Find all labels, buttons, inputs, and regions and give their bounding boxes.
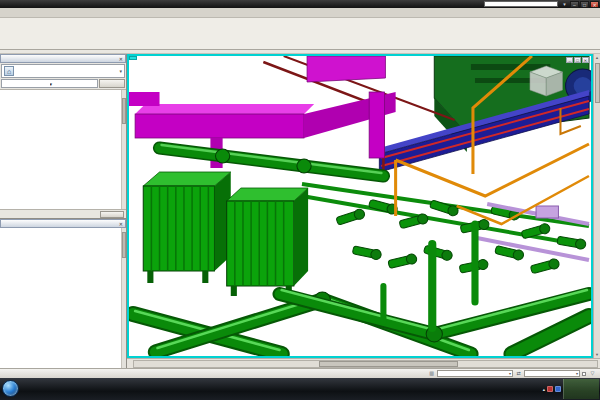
title-bar: ▾ – □ ✕ — [0, 0, 600, 8]
temporary-hide-isolate-banner[interactable] — [129, 56, 137, 60]
view-bottom-bar — [127, 358, 600, 368]
3d-model-view[interactable] — [129, 56, 591, 356]
left-palettes: ✕ ⌂ ▾ ▾ — [0, 54, 127, 368]
browser-scrollbar[interactable] — [121, 228, 126, 368]
design-option-combo[interactable]: ▾ — [524, 370, 580, 377]
search-input[interactable] — [484, 1, 558, 7]
press-and-drag-checkbox[interactable] — [582, 372, 586, 376]
tray-icon[interactable] — [555, 386, 561, 392]
viewcube[interactable] — [530, 66, 563, 96]
infocenter: ▾ – □ ✕ — [484, 1, 599, 8]
instance-selector[interactable]: ▾ — [1, 79, 98, 88]
properties-palette: ✕ ⌂ ▾ ▾ — [0, 54, 126, 218]
filter-icon[interactable]: ▽ — [589, 370, 596, 377]
ribbon — [0, 18, 600, 50]
signin-dropdown-icon[interactable]: ▾ — [561, 1, 568, 8]
tray-icon[interactable] — [547, 386, 553, 392]
editable-only-icon[interactable]: ⇄ — [515, 370, 522, 377]
drawing-area[interactable]: – □ ✕ — [127, 54, 593, 358]
windows-taskbar: ▴ — [0, 378, 600, 400]
properties-scrollbar[interactable] — [121, 90, 126, 209]
properties-grid — [0, 89, 126, 209]
minimize-button[interactable]: – — [570, 1, 579, 8]
workset-combo[interactable]: ▾ — [437, 370, 513, 377]
worksets-icon[interactable]: ▥ — [428, 370, 435, 377]
properties-header[interactable]: ✕ — [0, 54, 126, 63]
view-minimize-icon[interactable]: – — [566, 57, 573, 63]
tray-expand-icon[interactable]: ▴ — [543, 387, 545, 392]
chevron-down-icon[interactable]: ▾ — [119, 68, 122, 74]
apply-button[interactable] — [100, 211, 124, 218]
chevron-down-icon: ▾ — [50, 81, 96, 87]
status-bar: ▥ ▾ ⇄ ▾ ▽ — [0, 368, 600, 378]
close-button[interactable]: ✕ — [590, 1, 599, 8]
start-button[interactable] — [2, 380, 19, 397]
3d-view-icon: ⌂ — [4, 66, 14, 76]
restore-button[interactable]: □ — [580, 1, 589, 8]
view-window-controls: – □ ✕ — [566, 57, 589, 63]
project-browser-tree — [0, 228, 126, 368]
horizontal-scrollbar[interactable] — [133, 360, 598, 368]
type-selector[interactable]: ⌂ ▾ — [1, 64, 125, 78]
taskbar-clock[interactable] — [563, 379, 599, 399]
scroll-down-icon[interactable]: ▼ — [595, 351, 599, 358]
properties-close-icon[interactable]: ✕ — [119, 56, 123, 62]
view-restore-icon[interactable]: □ — [574, 57, 581, 63]
view-close-icon[interactable]: ✕ — [582, 57, 589, 63]
press-and-drag-toggle[interactable] — [582, 372, 587, 376]
revit-window: ▾ – □ ✕ ✕ ⌂ ▾ — [0, 0, 600, 400]
system-tray: ▴ — [541, 379, 599, 399]
project-browser-close-icon[interactable]: ✕ — [119, 221, 123, 227]
vertical-scrollbar[interactable]: ▲ ▼ — [593, 54, 600, 358]
edit-type-button[interactable] — [99, 79, 125, 88]
project-browser: ✕ — [0, 218, 126, 368]
project-browser-header[interactable]: ✕ — [0, 219, 126, 228]
ribbon-tabs — [0, 8, 600, 18]
scroll-up-icon[interactable]: ▲ — [595, 54, 599, 61]
